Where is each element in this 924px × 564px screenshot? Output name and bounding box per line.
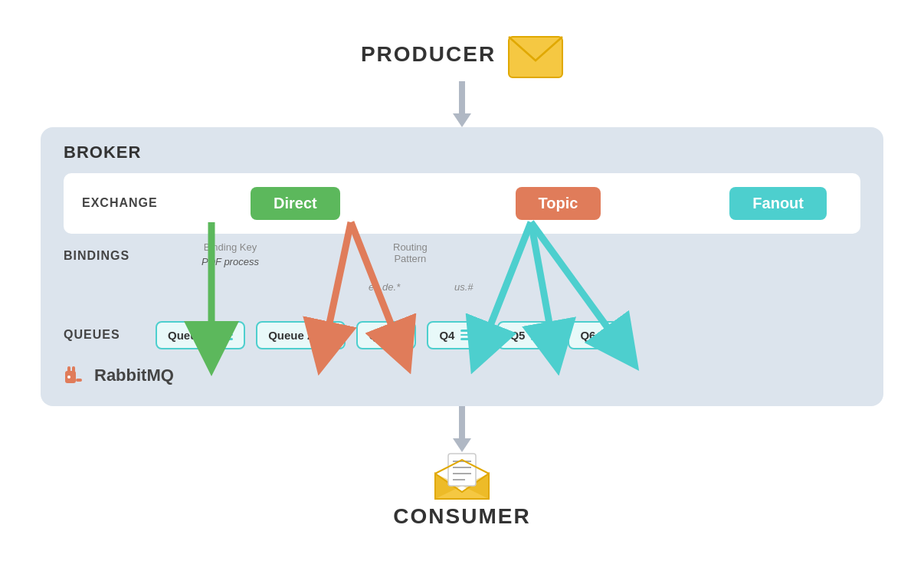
svg-rect-5 (76, 379, 82, 382)
exchange-area: EXCHANGE Direct Topic Fanout (64, 173, 860, 234)
direct-binding-key: Binding Key PDF process (202, 241, 259, 267)
producer-label: PRODUCER (361, 42, 496, 67)
fanout-exchange-button[interactable]: Fanout (729, 187, 827, 220)
queue-lines-icon (219, 330, 233, 340)
bindings-row: BINDINGS Binding Key PDF process Routing… (64, 234, 860, 318)
queue-3-button[interactable]: Q3 (356, 321, 416, 349)
exchange-buttons: Direct Topic Fanout (174, 187, 842, 220)
topic-eu-pattern: eu.de.* (369, 281, 400, 293)
arrow-broker-to-consumer (453, 406, 471, 452)
queue-1-button[interactable]: Queue 1 (156, 321, 245, 349)
svg-rect-9 (448, 454, 476, 486)
bindings-label: BINDINGS (64, 241, 156, 263)
bindings-labels: Binding Key PDF process Routing Pattern … (156, 241, 860, 310)
topic-exchange-button[interactable]: Topic (516, 187, 601, 220)
queues-row: QUEUES Queue 1 Queue 2 Q3 Q (64, 318, 860, 349)
svg-rect-3 (72, 366, 75, 373)
queue-6-button[interactable]: Q6 (568, 321, 627, 349)
arrow-producer-to-broker (453, 81, 471, 127)
queues-label: QUEUES (64, 328, 156, 342)
queue-lines-icon (390, 330, 404, 340)
exchange-section-label: EXCHANGE (82, 196, 174, 210)
queue-4-button[interactable]: Q4 (427, 321, 487, 349)
svg-point-4 (67, 375, 70, 379)
queues-list: Queue 1 Queue 2 Q3 Q4 (156, 321, 860, 349)
consumer-envelope-icon (434, 452, 490, 500)
queue-lines-icon (319, 330, 333, 340)
rabbitmq-text: RabbitMQ (94, 366, 174, 385)
consumer-section: CONSUMER (393, 452, 530, 529)
svg-rect-2 (67, 366, 70, 373)
queue-lines-icon (531, 330, 545, 340)
consumer-label: CONSUMER (393, 504, 530, 529)
broker-label: BROKER (64, 143, 860, 162)
diagram-container: PRODUCER BROKER EXCHANGE Direct Topic (41, 36, 883, 529)
queue-lines-icon (460, 330, 474, 340)
direct-exchange-button[interactable]: Direct (251, 187, 340, 220)
topic-binding-key: Routing Pattern (393, 241, 428, 264)
producer-section: PRODUCER (361, 36, 563, 81)
broker-box: BROKER EXCHANGE Direct Topic Fanout BIND… (41, 127, 883, 406)
rabbitmq-icon (64, 363, 88, 388)
rabbitmq-logo: RabbitMQ (64, 363, 860, 388)
queue-lines-icon (601, 330, 615, 340)
producer-envelope-icon (508, 36, 563, 78)
topic-us-pattern: us.# (454, 281, 473, 293)
queue-5-button[interactable]: Q5 (497, 321, 557, 349)
queue-2-button[interactable]: Queue 2 (256, 321, 346, 349)
broker-inner: BINDINGS Binding Key PDF process Routing… (64, 234, 860, 349)
